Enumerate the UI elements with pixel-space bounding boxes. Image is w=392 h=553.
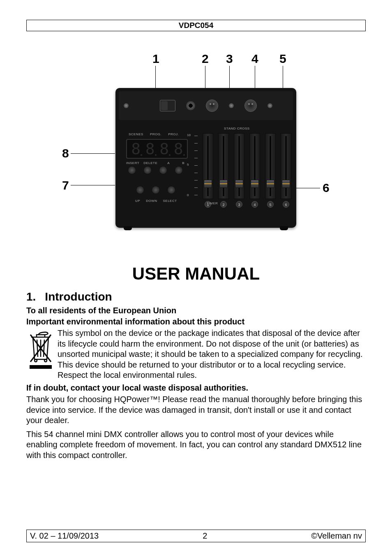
delete-button-icon [143, 166, 152, 174]
subheading-environmental: Important environmental information abou… [26, 317, 366, 326]
a-button-icon [159, 166, 167, 174]
screw-icon [124, 103, 129, 108]
header-title: VDPC054 [26, 20, 366, 31]
scenes-label: SCENES [129, 132, 143, 136]
proj-label: PROJ. [168, 132, 179, 136]
b-label: B [182, 161, 184, 165]
a-label: A [167, 161, 170, 165]
fader-4-icon: 4 [249, 133, 260, 199]
callout-line [229, 66, 230, 89]
fader-scale: 10 5 0 [193, 134, 200, 196]
paragraph-thanks: Thank you for choosing HQPower™! Please … [26, 394, 366, 426]
device-front-panel: STAND CROSS SCENES PROG. PROJ. INSERT DE… [120, 125, 291, 222]
device-photo-with-callouts: 1 2 3 4 5 6 7 8 STAND CROSS [56, 46, 336, 235]
fader-5-icon: 5 [265, 133, 276, 199]
footer-version: V. 02 – 11/09/2013 [30, 531, 99, 541]
device-rear-panel [119, 91, 293, 120]
callout-7: 7 [62, 178, 69, 192]
weee-crossed-bin-icon [26, 330, 55, 373]
callout-4: 4 [251, 52, 258, 66]
insert-button-icon [128, 166, 136, 174]
subheading-eu-residents: To all residents of the European Union [26, 306, 366, 315]
down-button-icon [152, 186, 160, 194]
section-number: 1. [26, 290, 36, 303]
fader-2-icon: 2 [218, 133, 229, 199]
footer-page-number: 2 [203, 531, 207, 541]
b-button-icon [175, 166, 183, 174]
callout-6: 6 [323, 181, 330, 195]
power-switch-icon [160, 100, 175, 111]
up-button-icon [136, 186, 144, 194]
weee-block: This symbol on the device or the package… [26, 328, 366, 381]
section-title: Introduction [45, 290, 112, 303]
timer-label: TIMER [207, 201, 218, 205]
svg-point-1 [44, 359, 47, 362]
section-heading-introduction: 1. Introduction [26, 290, 366, 303]
svg-point-0 [35, 359, 37, 362]
up-label: UP [135, 199, 140, 203]
down-label: DOWN [146, 199, 157, 203]
diagram-figure: 1 2 3 4 5 6 7 8 STAND CROSS [26, 46, 366, 235]
faders-group: 1 2 3 4 5 6 [203, 133, 291, 199]
paragraph-description: This 54 channel mini DMX controller allo… [26, 429, 366, 461]
fader-6-icon: 6 [281, 133, 291, 199]
callout-line [205, 66, 205, 89]
device-foot-icon [280, 226, 288, 230]
scale-mid-label: 5 [187, 163, 189, 167]
xlr-output-icon [206, 99, 218, 112]
callout-8: 8 [62, 146, 69, 160]
delete-label: DELETE [143, 161, 157, 165]
callout-line [255, 66, 255, 89]
device-foot-icon [124, 226, 132, 230]
callout-line [295, 188, 320, 188]
button-row-bottom [136, 186, 175, 194]
callout-3: 3 [226, 52, 233, 66]
dc-jack-icon [186, 101, 195, 110]
callout-line [71, 153, 115, 154]
document-title: USER MANUAL [26, 264, 366, 284]
stand-cross-label: STAND CROSS [224, 127, 250, 130]
callout-5: 5 [279, 52, 286, 66]
fader-3-icon: 3 [234, 133, 244, 199]
select-button-icon [167, 186, 175, 194]
screw-icon [267, 103, 272, 108]
seven-segment-display [126, 139, 188, 159]
screw-icon [229, 103, 234, 108]
prog-label: PROG. [150, 132, 161, 136]
subheading-contact-authorities: If in doubt, contact your local waste di… [26, 383, 366, 393]
callout-line [283, 66, 283, 89]
callout-2: 2 [202, 52, 209, 66]
page-footer: V. 02 – 11/09/2013 2 ©Velleman nv [26, 530, 366, 542]
xlr-input-icon [244, 99, 257, 112]
weee-text: This symbol on the device or the package… [58, 328, 366, 381]
select-label: SELECT [163, 199, 177, 203]
insert-label: INSERT [126, 161, 139, 165]
device-body: STAND CROSS SCENES PROG. PROJ. INSERT DE… [115, 88, 296, 228]
scale-top-label: 10 [187, 133, 191, 137]
scenes-labels-row: SCENES PROG. PROJ. [129, 132, 179, 136]
button-row-top [128, 166, 183, 174]
footer-copyright: ©Velleman nv [311, 531, 362, 541]
callout-1: 1 [152, 52, 159, 66]
callout-line [71, 185, 115, 185]
fader-1-icon: 1 [203, 133, 213, 199]
scale-bottom-label: 0 [187, 193, 189, 197]
callout-line [155, 66, 156, 89]
svg-rect-2 [30, 365, 52, 369]
